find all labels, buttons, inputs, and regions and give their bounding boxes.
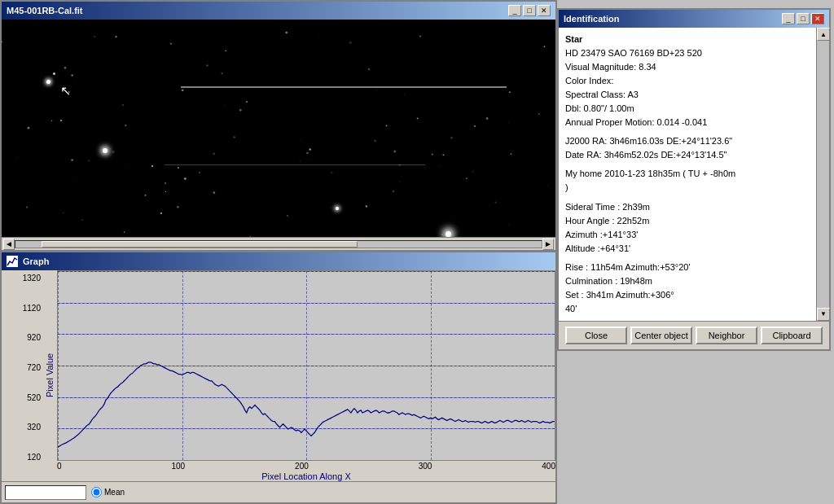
id-buttons-area: Close Center object Neighbor Clipboard	[559, 321, 829, 349]
graph-input[interactable]	[5, 485, 86, 500]
fits-titlebar: M45-001RB-Cal.fit _ □ ✕	[2, 2, 555, 20]
x-axis-area: 0 100 200 300 400 Pixel Location Along X	[42, 461, 555, 481]
x-axis-label: Pixel Location Along X	[57, 471, 555, 481]
y-label-0: 1320	[2, 274, 41, 283]
fits-close-btn[interactable]: ✕	[538, 5, 551, 16]
fits-window: M45-001RB-Cal.fit _ □ ✕ ↖	[0, 0, 557, 252]
h-diffraction-line	[181, 86, 507, 88]
id-maximize-btn[interactable]: □	[797, 13, 810, 24]
x-tick-1: 100	[171, 462, 185, 471]
y-label-6: 120	[2, 453, 41, 462]
chart-inner	[57, 270, 555, 461]
id-win-controls: _ □ ✕	[782, 13, 824, 24]
star-dim-3	[474, 125, 476, 127]
id-line3: Color Index:	[565, 74, 813, 88]
grid-v-4	[555, 271, 555, 460]
scroll-left-btn[interactable]: ◄	[3, 239, 15, 250]
id-close-btn[interactable]: ✕	[811, 13, 824, 24]
y-axis-labels: 1320 1120 920 720 520 320 120	[2, 270, 42, 481]
scroll-track-h[interactable]	[15, 240, 542, 248]
mean-label: Mean	[104, 488, 125, 497]
close-button[interactable]: Close	[565, 327, 627, 344]
fits-title: M45-001RB-Cal.fit	[7, 6, 83, 15]
star-small-1	[53, 72, 55, 75]
clipboard-button[interactable]: Clipboard	[761, 327, 823, 344]
x-tick-4: 400	[542, 462, 555, 471]
id-scrollbar[interactable]: ▲ ▼	[816, 28, 829, 321]
y-label-1: 1120	[2, 304, 41, 313]
chart-right: Pixel Value	[42, 270, 555, 481]
id-line14: Sideral Time : 2h39m	[565, 200, 813, 214]
id-content-area: Star HD 23479 SAO 76169 BD+23 520 Visual…	[559, 28, 829, 321]
x-tick-2: 200	[295, 462, 309, 471]
id-content: Star HD 23479 SAO 76169 BD+23 520 Visual…	[559, 28, 829, 321]
id-section-header: Star	[565, 33, 813, 46]
id-line11: My home 2010-1-23 18h35m ( TU + -8h0m	[565, 167, 813, 181]
star-dim-1	[246, 101, 248, 103]
fits-maximize-btn[interactable]: □	[523, 5, 536, 16]
graph-titlebar: Graph	[2, 252, 555, 270]
fits-scrollbar-h[interactable]: ◄ ►	[2, 237, 555, 250]
mean-radio[interactable]	[91, 487, 102, 497]
id-line12: )	[565, 181, 813, 195]
fits-image-area[interactable]: ↖	[2, 20, 555, 237]
star-dim-2	[368, 68, 370, 70]
id-scroll-down-btn[interactable]: ▼	[817, 308, 830, 321]
mean-radio-label[interactable]: Mean	[91, 487, 125, 497]
fits-window-controls: _ □ ✕	[508, 5, 551, 16]
id-line20: Culmination : 19h48m	[565, 274, 813, 288]
y-label-2: 920	[2, 333, 41, 342]
neighbor-button[interactable]: Neighbor	[696, 327, 757, 344]
id-line21: Set : 3h41m Azimuth:+306°	[565, 288, 813, 302]
id-title: Identification	[564, 14, 619, 24]
id-line15: Hour Angle : 22h52m	[565, 214, 813, 228]
y-label-5: 320	[2, 423, 41, 432]
svg-rect-0	[7, 256, 18, 267]
starfield: ↖	[2, 20, 555, 237]
id-scroll-up-btn[interactable]: ▲	[817, 28, 830, 41]
star-dim-4	[165, 182, 166, 184]
id-panel: Identification _ □ ✕ Star HD 23479 SAO 7…	[557, 8, 831, 351]
graph-svg	[58, 271, 555, 460]
id-line4: Spectral Class: A3	[565, 88, 813, 102]
id-line5: Dbl: 0.80"/ 1.00m	[565, 102, 813, 116]
id-line6: Annual Proper Motion: 0.014 -0.041	[565, 116, 813, 129]
graph-window: Graph 1320 1120 920 720 520 320 120 Pixe…	[0, 252, 557, 504]
graph-icon	[7, 256, 18, 267]
id-line16: Azimuth :+141°33'	[565, 228, 813, 242]
scroll-right-btn[interactable]: ►	[542, 239, 554, 250]
grid-h-6	[58, 460, 555, 461]
h-diffraction-line-2	[165, 164, 425, 165]
x-tick-3: 300	[419, 462, 432, 471]
id-minimize-btn[interactable]: _	[782, 13, 795, 24]
id-line17: Altitude :+64°31'	[565, 242, 813, 256]
y-axis-label: Pixel Value	[42, 270, 57, 461]
id-line22: 40'	[565, 302, 813, 316]
id-line2: Visual Magnitude: 8.34	[565, 60, 813, 74]
x-tick-0: 0	[57, 462, 62, 471]
center-object-button[interactable]: Center object	[630, 327, 692, 344]
chart-with-ylabel: Pixel Value	[42, 270, 555, 461]
y-label-4: 520	[2, 393, 41, 402]
id-line1: HD 23479 SAO 76169 BD+23 520	[565, 46, 813, 60]
star-mid-left	[103, 148, 108, 153]
star-center	[336, 207, 339, 210]
y-label-3: 720	[2, 363, 41, 372]
id-titlebar: Identification _ □ ✕	[559, 10, 829, 28]
star-dim-5	[393, 191, 394, 192]
id-line19: Rise : 11h54m Azimuth:+53°20'	[565, 261, 813, 274]
graph-title: Graph	[23, 256, 49, 266]
star-dim-6	[287, 215, 288, 217]
scroll-thumb-h[interactable]	[42, 241, 358, 248]
fits-minimize-btn[interactable]: _	[508, 5, 521, 16]
star-topleft	[46, 80, 50, 84]
id-scroll-track[interactable]	[817, 41, 829, 308]
chart-area: 1320 1120 920 720 520 320 120 Pixel Valu…	[2, 270, 555, 481]
bottom-controls: Mean	[2, 481, 555, 502]
star-right-lower	[446, 231, 451, 237]
id-line9: Date RA: 3h46m52.02s DE:+24°13'14.5"	[565, 148, 813, 162]
id-line8: J2000 RA: 3h46m16.03s DE:+24°11'23.6"	[565, 134, 813, 148]
x-tick-labels: 0 100 200 300 400	[57, 461, 555, 471]
